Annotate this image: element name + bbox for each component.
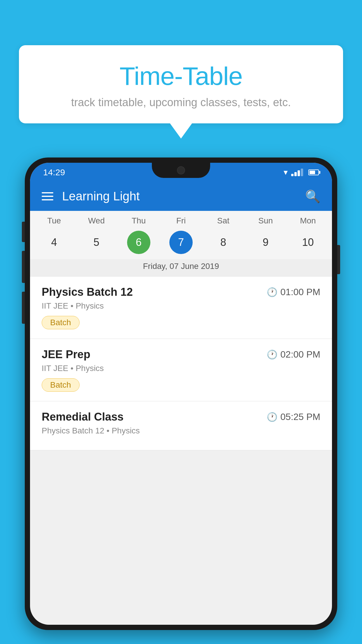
phone-screen: 14:29 ▾ — [30, 163, 332, 625]
class-item-3[interactable]: Remedial Class 🕐 05:25 PM Physics Batch … — [30, 401, 332, 450]
day-10[interactable]: 10 — [296, 231, 319, 254]
day-5[interactable]: 5 — [85, 231, 108, 254]
clock-icon-3: 🕐 — [267, 412, 277, 422]
class-item-1[interactable]: Physics Batch 12 🕐 01:00 PM IIT JEE • Ph… — [30, 276, 332, 339]
speech-bubble: Time-Table track timetable, upcoming cla… — [19, 45, 343, 123]
class-item-2[interactable]: JEE Prep 🕐 02:00 PM IIT JEE • Physics Ba… — [30, 339, 332, 401]
class-meta-2: IIT JEE • Physics — [42, 364, 320, 373]
calendar-week: Tue Wed Thu Fri Sat Sun Mon 4 5 6 7 8 9 … — [30, 211, 332, 276]
signal-icon — [291, 169, 303, 176]
day-4[interactable]: 4 — [43, 231, 66, 254]
power-button — [337, 245, 340, 274]
front-camera — [177, 166, 185, 174]
class-name-1: Physics Batch 12 — [42, 286, 133, 298]
day-6-today[interactable]: 6 — [127, 231, 150, 254]
status-icons: ▾ — [284, 167, 319, 177]
class-item-1-header: Physics Batch 12 🕐 01:00 PM — [42, 286, 320, 298]
class-meta-3: Physics Batch 12 • Physics — [42, 426, 320, 435]
silent-button — [22, 222, 25, 242]
phone-notch — [152, 163, 210, 178]
day-8[interactable]: 8 — [212, 231, 235, 254]
search-icon[interactable]: 🔍 — [305, 189, 320, 204]
app-bar-title: Learning Light — [62, 189, 305, 203]
class-item-2-header: JEE Prep 🕐 02:00 PM — [42, 348, 320, 361]
day-numbers: 4 5 6 7 8 9 10 — [30, 228, 332, 259]
batch-badge-1: Batch — [42, 316, 80, 329]
class-time-3: 🕐 05:25 PM — [267, 412, 320, 422]
volume-up-button — [22, 251, 25, 283]
class-time-value-1: 01:00 PM — [280, 287, 320, 298]
day-header-sat: Sat — [209, 216, 238, 225]
phone-frame: 14:29 ▾ — [25, 158, 337, 630]
batch-badge-2: Batch — [42, 378, 80, 392]
class-item-3-header: Remedial Class 🕐 05:25 PM — [42, 411, 320, 423]
class-meta-1: IIT JEE • Physics — [42, 301, 320, 311]
day-7-selected[interactable]: 7 — [169, 231, 193, 254]
feature-title: Time-Table — [36, 61, 326, 91]
app-bar: Learning Light 🔍 — [30, 182, 332, 211]
day-header-thu: Thu — [124, 216, 153, 225]
class-time-1: 🕐 01:00 PM — [267, 287, 320, 298]
hamburger-menu-icon[interactable] — [42, 192, 53, 200]
day-headers: Tue Wed Thu Fri Sat Sun Mon — [30, 216, 332, 228]
volume-down-button — [22, 292, 25, 324]
day-header-fri: Fri — [166, 216, 196, 225]
class-time-value-3: 05:25 PM — [280, 412, 320, 422]
battery-icon — [308, 169, 319, 175]
class-time-2: 🕐 02:00 PM — [267, 349, 320, 360]
phone-mockup: 14:29 ▾ — [25, 158, 337, 644]
speech-bubble-container: Time-Table track timetable, upcoming cla… — [19, 45, 343, 123]
wifi-icon: ▾ — [284, 167, 288, 177]
class-name-3: Remedial Class — [42, 411, 124, 423]
day-header-tue: Tue — [40, 216, 69, 225]
feature-subtitle: track timetable, upcoming classes, tests… — [36, 96, 326, 109]
day-header-sun: Sun — [251, 216, 280, 225]
clock-icon-2: 🕐 — [267, 349, 277, 360]
class-list: Physics Batch 12 🕐 01:00 PM IIT JEE • Ph… — [30, 276, 332, 450]
selected-date-label: Friday, 07 June 2019 — [30, 259, 332, 276]
status-time: 14:29 — [43, 167, 65, 177]
day-header-wed: Wed — [82, 216, 111, 225]
day-9[interactable]: 9 — [254, 231, 277, 254]
class-name-2: JEE Prep — [42, 348, 90, 361]
clock-icon-1: 🕐 — [267, 287, 277, 297]
class-time-value-2: 02:00 PM — [280, 349, 320, 360]
day-header-mon: Mon — [293, 216, 322, 225]
